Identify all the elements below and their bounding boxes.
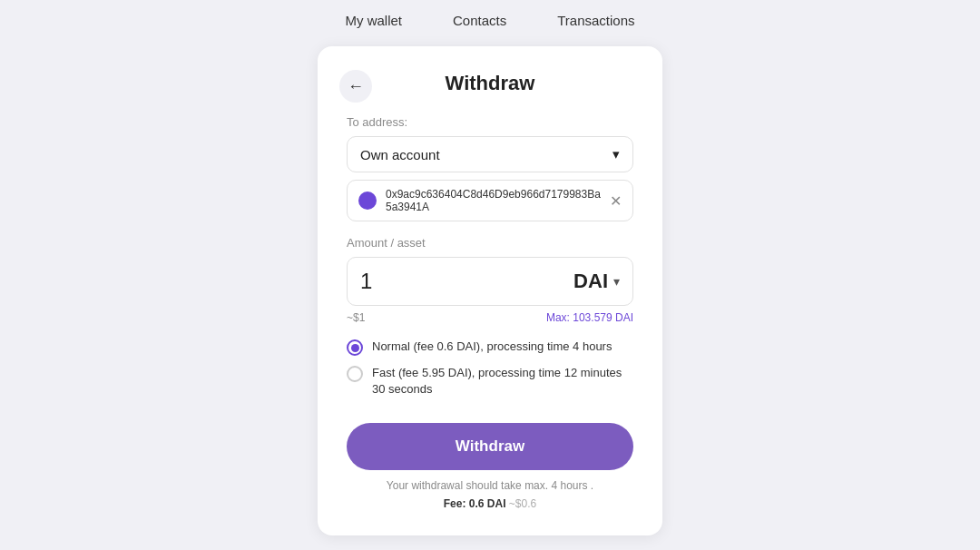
fee-usd: ~$0.6	[509, 497, 536, 510]
asset-chevron-icon: ▾	[613, 274, 620, 289]
address-value: 0x9ac9c636404C8d46D9eb966d7179983Ba5a394…	[386, 188, 601, 213]
address-avatar-dot	[358, 192, 377, 210]
amount-section: DAI ▾ ~$1 Max: 103.579 DAI	[347, 257, 633, 324]
amount-usd-value: ~$1	[347, 311, 365, 324]
radio-normal[interactable]	[347, 339, 363, 356]
asset-selector[interactable]: DAI ▾	[573, 270, 620, 293]
top-nav: My wallet Contacts Transactions	[0, 0, 980, 39]
back-button[interactable]: ←	[339, 70, 372, 103]
fee-normal-label: Normal (fee 0.6 DAI), processing time 4 …	[372, 339, 612, 355]
back-arrow-icon: ←	[348, 77, 364, 96]
remove-address-button[interactable]: ✕	[610, 192, 622, 210]
to-address-label: To address:	[347, 115, 633, 129]
address-tag: 0x9ac9c636404C8d46D9eb966d7179983Ba5a394…	[347, 180, 633, 221]
withdraw-card: ← Withdraw To address: Own account ▾ 0x9…	[318, 46, 662, 535]
fee-option-fast[interactable]: Fast (fee 5.95 DAI), processing time 12 …	[347, 365, 633, 398]
max-amount-link[interactable]: Max: 103.579 DAI	[546, 311, 633, 324]
card-title: Withdraw	[347, 72, 633, 95]
withdraw-button[interactable]: Withdraw	[347, 423, 633, 470]
nav-item-contacts[interactable]: Contacts	[449, 11, 510, 30]
amount-asset-label: Amount / asset	[347, 236, 633, 250]
asset-label: DAI	[573, 270, 608, 293]
nav-item-my-wallet[interactable]: My wallet	[341, 11, 406, 30]
fee-option-normal[interactable]: Normal (fee 0.6 DAI), processing time 4 …	[347, 339, 633, 356]
fee-note: Fee: 0.6 DAI ~$0.6	[347, 497, 633, 510]
nav-item-transactions[interactable]: Transactions	[554, 11, 638, 30]
fee-options: Normal (fee 0.6 DAI), processing time 4 …	[347, 339, 633, 398]
dropdown-selected-value: Own account	[360, 147, 440, 162]
dropdown-chevron-icon: ▾	[612, 146, 620, 162]
radio-fast[interactable]	[347, 366, 363, 382]
amount-input[interactable]	[360, 269, 415, 294]
account-dropdown[interactable]: Own account ▾	[347, 136, 633, 172]
withdrawal-note: Your withdrawal should take max. 4 hours…	[347, 479, 633, 492]
amount-meta: ~$1 Max: 103.579 DAI	[347, 311, 633, 324]
fee-fast-label: Fast (fee 5.95 DAI), processing time 12 …	[372, 365, 633, 398]
amount-box: DAI ▾	[347, 257, 633, 306]
fee-label: Fee: 0.6 DAI	[444, 497, 506, 510]
